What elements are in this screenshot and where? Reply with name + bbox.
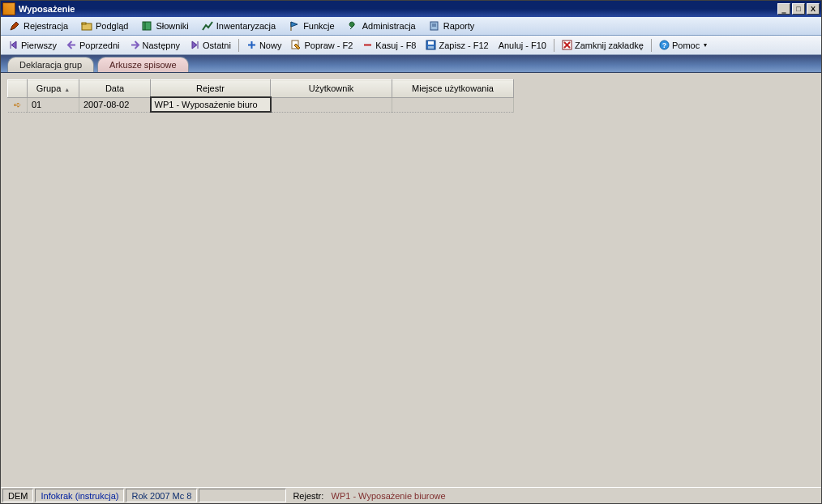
app-icon: [2, 2, 15, 15]
status-infokrak[interactable]: Infokrak (instrukcja): [35, 489, 124, 502]
close-tab-button[interactable]: Zamknij zakładkę: [558, 39, 648, 51]
flag-icon: [289, 20, 300, 32]
cell-miejsce[interactable]: [392, 97, 514, 112]
tbtn-label: Pierwszy: [21, 41, 57, 50]
status-blank: [199, 489, 286, 502]
menu-label: Administracja: [362, 21, 416, 31]
tbtn-label: Zamknij zakładkę: [575, 41, 644, 50]
separator: [651, 39, 652, 52]
svg-rect-2: [82, 23, 86, 24]
status-rejestr: Rejestr: WP1 - Wyposażenie biurowe: [288, 489, 450, 502]
tabbar: Deklaracja grup Arkusze spisowe: [1, 55, 821, 73]
tab-arkusze-spisowe[interactable]: Arkusze spisowe: [97, 57, 189, 72]
menu-label: Raporty: [443, 21, 475, 31]
close-icon: [562, 40, 572, 50]
row-pointer-icon: ➪: [8, 97, 28, 112]
maximize-button[interactable]: □: [792, 3, 805, 15]
prev-icon: [66, 40, 77, 50]
col-miejsce[interactable]: Miejsce użytkowania: [392, 80, 514, 98]
menu-podglad[interactable]: Podgląd: [78, 19, 131, 33]
svg-text:?: ?: [662, 41, 667, 49]
tbtn-label: Nowy: [259, 41, 282, 50]
save-button[interactable]: Zapisz - F12: [422, 39, 492, 51]
cell-grupa[interactable]: 01: [28, 97, 79, 112]
separator: [238, 39, 239, 52]
data-grid[interactable]: Grupa▲ Data Rejestr Użytkownik Miejsce u…: [7, 79, 514, 113]
tab-label: Deklaracja grup: [19, 60, 82, 70]
status-period[interactable]: Rok 2007 Mc 8: [126, 489, 197, 502]
menu-administracja[interactable]: Administracja: [345, 19, 419, 33]
svg-rect-13: [428, 41, 434, 45]
tbtn-label: Popraw - F2: [304, 41, 353, 50]
help-icon: ?: [659, 40, 670, 50]
edit-icon: [291, 40, 302, 50]
sort-indicator-icon: ▲: [64, 87, 70, 92]
col-grupa[interactable]: Grupa▲: [28, 80, 79, 98]
menu-label: Rejestracja: [24, 21, 68, 31]
pen-icon: [9, 20, 20, 32]
menu-label: Funkcje: [303, 21, 335, 31]
header-row: Grupa▲ Data Rejestr Użytkownik Miejsce u…: [8, 80, 514, 98]
tbtn-label: Zapisz - F12: [439, 41, 488, 50]
last-button[interactable]: Ostatni: [186, 39, 235, 51]
minus-icon: [362, 40, 373, 50]
menu-label: Podgląd: [96, 21, 128, 31]
menu-label: Słowniki: [156, 21, 188, 31]
menu-raporty[interactable]: Raporty: [426, 19, 478, 33]
edit-button[interactable]: Popraw - F2: [287, 39, 357, 51]
folder-icon: [81, 20, 92, 32]
grid-area: Grupa▲ Data Rejestr Użytkownik Miejsce u…: [1, 73, 821, 487]
svg-marker-0: [11, 22, 19, 30]
tab-deklaracja-grup[interactable]: Deklaracja grup: [7, 57, 94, 72]
svg-rect-14: [428, 46, 434, 49]
tbtn-label: Poprzedni: [79, 41, 120, 50]
cancel-button[interactable]: Anuluj - F10: [494, 40, 550, 51]
window-title: Wyposażenie: [19, 4, 776, 14]
help-button[interactable]: ? Pomoc ▾: [655, 39, 711, 51]
menu-label: Inwentaryzacja: [216, 21, 276, 31]
menu-inwentaryzacja[interactable]: Inwentaryzacja: [199, 19, 279, 33]
col-uzytkownik[interactable]: Użytkownik: [271, 80, 392, 98]
save-icon: [426, 40, 436, 50]
menu-rejestracja[interactable]: Rejestracja: [6, 19, 71, 33]
menu-slowniki[interactable]: Słowniki: [138, 19, 191, 33]
chevron-down-icon: ▾: [704, 41, 707, 49]
tab-label: Arkusze spisowe: [109, 60, 177, 70]
table-row[interactable]: ➪ 01 2007-08-02 WP1 - Wyposażenie biuro: [8, 97, 514, 112]
tbtn-label: Ostatni: [203, 41, 231, 50]
last-icon: [190, 40, 200, 50]
tbtn-label: Kasuj - F8: [375, 41, 416, 50]
tbtn-label: Następny: [143, 41, 180, 50]
new-button[interactable]: Nowy: [242, 39, 286, 51]
menubar: Rejestracja Podgląd Słowniki Inwentaryza…: [1, 17, 821, 36]
report-icon: [429, 20, 440, 32]
row-indicator-header: [8, 80, 28, 98]
prev-button[interactable]: Poprzedni: [62, 39, 124, 51]
svg-marker-6: [291, 22, 298, 27]
col-rejestr[interactable]: Rejestr: [151, 80, 271, 98]
tbtn-label: Anuluj - F10: [499, 41, 546, 50]
window-buttons: ‗ □ X: [776, 3, 820, 15]
tbtn-label: Pomoc: [672, 41, 700, 50]
close-button[interactable]: X: [807, 3, 820, 15]
menu-funkcje[interactable]: Funkcje: [285, 19, 338, 33]
next-icon: [130, 40, 140, 50]
separator: [554, 39, 554, 52]
next-button[interactable]: Następny: [126, 39, 184, 51]
col-data[interactable]: Data: [79, 80, 151, 98]
minimize-button[interactable]: ‗: [777, 3, 790, 15]
svg-rect-11: [364, 45, 371, 46]
status-rejestr-value: WP1 - Wyposażenie biurowe: [332, 491, 446, 501]
cell-uzytkownik[interactable]: [271, 97, 392, 112]
cell-rejestr[interactable]: WP1 - Wyposażenie biuro: [151, 97, 271, 112]
toolbar: Pierwszy Poprzedni Następny Ostatni Nowy…: [1, 36, 821, 55]
chart-icon: [202, 20, 213, 32]
delete-button[interactable]: Kasuj - F8: [358, 39, 420, 51]
book-icon: [141, 20, 152, 32]
titlebar: Wyposażenie ‗ □ X: [1, 1, 821, 17]
status-dem[interactable]: DEM: [2, 489, 33, 502]
plus-icon: [246, 40, 257, 50]
cell-data[interactable]: 2007-08-02: [79, 97, 151, 112]
svg-rect-3: [143, 22, 151, 30]
first-button[interactable]: Pierwszy: [4, 39, 61, 51]
